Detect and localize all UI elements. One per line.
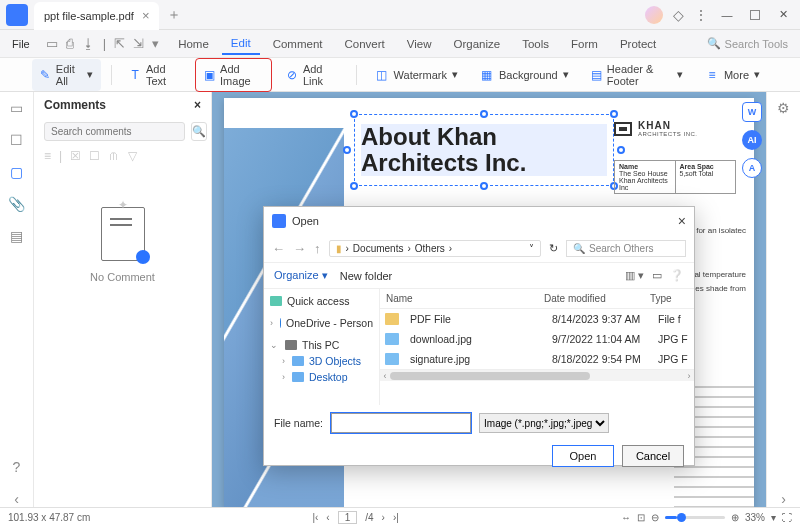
background-button[interactable]: ▦Background▾ [472,64,577,86]
cancel-button[interactable]: Cancel [622,445,684,467]
menu-form[interactable]: Form [562,34,607,54]
breadcrumb[interactable]: ▮ ›Documents ›Others › ˅ [329,240,542,257]
menu-view[interactable]: View [398,34,441,54]
horizontal-scrollbar[interactable]: ‹› [380,369,694,381]
chevron-down-icon[interactable]: ▾ [771,512,776,523]
collapse-right-icon[interactable]: › [781,491,786,507]
chevron-down-icon[interactable]: ˅ [529,243,534,254]
new-tab-button[interactable]: ＋ [167,6,181,24]
menu-convert[interactable]: Convert [336,34,394,54]
add-text-button[interactable]: TAdd Text [122,59,189,91]
open-button[interactable]: Open [552,445,614,467]
edit-all-button[interactable]: ✎Edit All▾ [32,59,101,91]
collapse-left-icon[interactable]: ‹ [14,491,19,507]
file-row[interactable]: PDF File 8/14/2023 9:37 AM File f [380,309,694,329]
header-footer-button[interactable]: ▤Header & Footer▾ [583,59,691,91]
menu-tools[interactable]: Tools [513,34,558,54]
tree-3d-objects[interactable]: ›3D Objects [268,353,375,369]
organize-menu[interactable]: Organize ▾ [274,269,328,282]
sort-icon[interactable]: ≡ [44,149,51,163]
refresh-icon[interactable]: ↻ [549,242,558,255]
tree-quick-access[interactable]: Quick access [268,293,375,309]
filter2-icon[interactable]: ☐ [89,149,100,163]
assist-icon[interactable]: A [742,158,762,178]
resize-handle[interactable] [350,110,358,118]
resize-handle[interactable] [350,182,358,190]
new-folder-button[interactable]: New folder [340,270,393,282]
resize-handle[interactable] [617,146,625,154]
preview-pane-icon[interactable]: ▭ [652,269,662,282]
next-page-icon[interactable]: › [382,512,385,523]
resize-handle[interactable] [480,110,488,118]
zoom-slider[interactable] [665,516,725,519]
nav-up-icon[interactable]: ↑ [314,241,321,256]
file-row[interactable]: download.jpg 9/7/2022 11:04 AM JPG F [380,329,694,349]
headline-text[interactable]: About Khan Architects Inc. [361,124,607,177]
nav-forward-icon[interactable]: → [293,241,306,256]
more-button[interactable]: ≡More▾ [697,64,768,86]
add-image-button[interactable]: ▣Add Image [195,58,273,92]
text-selection-box[interactable]: About Khan Architects Inc. [354,114,614,186]
filter1-icon[interactable]: ☒ [70,149,81,163]
file-row[interactable]: signature.jpg 8/18/2022 9:54 PM JPG F [380,349,694,369]
tree-onedrive[interactable]: ›OneDrive - Person [268,315,375,331]
word-export-icon[interactable]: W [742,102,762,122]
close-tab-icon[interactable]: × [142,8,150,23]
attachments-icon[interactable]: 📎 [8,196,25,212]
window-close[interactable]: ✕ [774,6,792,24]
tree-this-pc[interactable]: ⌄This PC [268,337,375,353]
chevron-down-icon[interactable]: ▾ [152,36,159,51]
zoom-value[interactable]: 33% [745,512,765,523]
menu-organize[interactable]: Organize [445,34,510,54]
close-panel-icon[interactable]: × [194,98,201,112]
ai-icon[interactable]: AI [742,130,762,150]
comments-icon[interactable]: ▢ [10,164,23,180]
resize-handle[interactable] [610,110,618,118]
save-icon[interactable]: ⭳ [82,36,95,51]
help-icon[interactable]: ❔ [670,269,684,282]
diamond-icon[interactable]: ◇ [673,7,684,23]
bookmark-icon[interactable]: ☐ [10,132,23,148]
dialog-search[interactable]: 🔍 Search Others [566,240,686,257]
menu-edit[interactable]: Edit [222,33,260,55]
layers-icon[interactable]: ▤ [10,228,23,244]
file-menu[interactable]: File [6,38,36,50]
adjust-icon[interactable]: ⚙ [777,100,790,116]
search-button[interactable]: 🔍 [191,122,207,141]
account-avatar[interactable] [645,6,663,24]
menu-comment[interactable]: Comment [264,34,332,54]
last-page-icon[interactable]: ›| [393,512,399,523]
file-type-filter[interactable]: Image (*.png;*.jpg;*.jpeg;*.jpe;* [479,413,609,433]
share-icon[interactable]: ⇲ [133,36,144,51]
help-icon[interactable]: ? [13,459,21,475]
fit-page-icon[interactable]: ⊡ [637,512,645,523]
watermark-button[interactable]: ◫Watermark▾ [367,64,466,86]
tree-desktop[interactable]: ›Desktop [268,369,375,385]
fit-width-icon[interactable]: ↔ [621,512,631,523]
kebab-menu-icon[interactable]: ⋮ [694,7,708,23]
print-icon[interactable]: ⎙ [66,36,74,51]
open-icon[interactable]: ▭ [46,36,58,51]
filter3-icon[interactable]: ⫙ [108,149,120,163]
fullscreen-icon[interactable]: ⛶ [782,512,792,523]
prev-page-icon[interactable]: ‹ [326,512,329,523]
undo-icon[interactable]: ⇱ [114,36,125,51]
file-name-input[interactable] [331,413,471,433]
dialog-close-icon[interactable]: × [678,213,686,229]
first-page-icon[interactable]: |‹ [312,512,318,523]
menu-home[interactable]: Home [169,34,218,54]
nav-back-icon[interactable]: ← [272,241,285,256]
comments-search-input[interactable] [44,122,185,141]
add-link-button[interactable]: ⊘Add Link [278,59,345,91]
dialog-titlebar[interactable]: Open × [264,207,694,235]
zoom-out-icon[interactable]: ⊖ [651,512,659,523]
page-input[interactable]: 1 [338,511,358,524]
zoom-in-icon[interactable]: ⊕ [731,512,739,523]
document-tab[interactable]: ppt file-sample.pdf × [34,2,159,30]
search-tools[interactable]: 🔍 Search Tools [707,37,794,50]
menu-protect[interactable]: Protect [611,34,665,54]
column-headers[interactable]: Name Date modified Type [380,289,694,309]
thumbnails-icon[interactable]: ▭ [10,100,23,116]
window-minimize[interactable]: — [718,6,736,24]
resize-handle[interactable] [343,146,351,154]
